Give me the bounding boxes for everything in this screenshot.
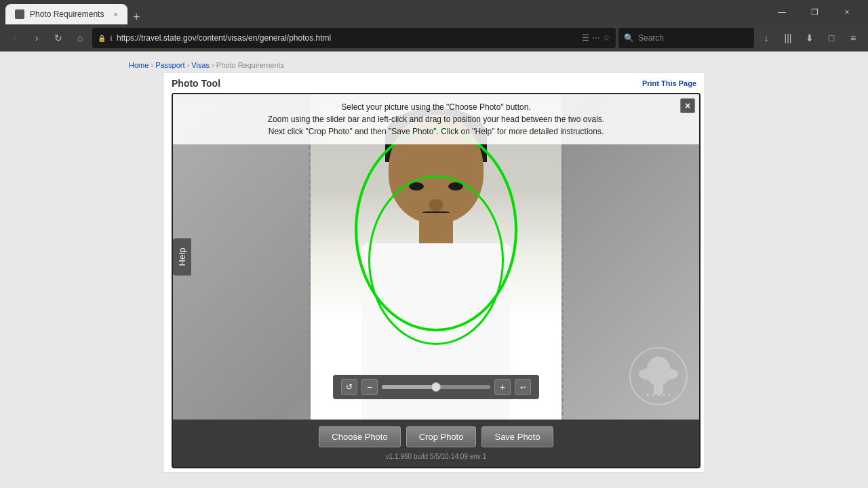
page-background: Home › Passport › Visas › Photo Requirem…	[0, 52, 868, 488]
maximize-button[interactable]: ❐	[799, 0, 830, 24]
instruction-line-1: Select your picture using the "Choose Ph…	[200, 101, 672, 113]
instruction-line-3: Next click "Crop Photo" and then "Save P…	[200, 125, 672, 138]
page-title: Photo Tool	[172, 78, 220, 89]
eyes	[409, 182, 463, 190]
zoom-extra-button[interactable]: ↩	[515, 379, 531, 395]
nose	[429, 199, 443, 211]
bookmarks-button[interactable]: |||	[778, 28, 797, 47]
zoom-reset-button[interactable]: ↺	[341, 379, 357, 395]
image-area[interactable]: Select your picture using the "Choose Ph…	[173, 94, 699, 420]
svg-text:★ ★ ★ ★ ★: ★ ★ ★ ★ ★	[646, 392, 671, 397]
version-text: v1.1.960 build 5/5/10-14:09 env 1	[386, 453, 486, 460]
save-photo-button[interactable]: Save Photo	[481, 426, 553, 447]
zoom-controls: ↺ − + ↩	[333, 375, 539, 399]
search-icon: 🔍	[624, 33, 634, 43]
address-bar[interactable]: 🔒 ℹ https://travel.state.gov/content/vis…	[92, 28, 616, 48]
home-button[interactable]: ⌂	[71, 28, 90, 47]
new-tab-button[interactable]: +	[127, 10, 146, 24]
breadcrumb-passport[interactable]: Passport	[155, 61, 184, 69]
toolbar-buttons: Choose Photo Crop Photo Save Photo	[319, 426, 553, 447]
zoom-slider-thumb[interactable]	[431, 382, 441, 392]
refresh-button[interactable]: ↻	[49, 28, 68, 47]
breadcrumb-home[interactable]: Home	[129, 61, 149, 69]
zoom-out-button[interactable]: −	[361, 379, 378, 395]
search-bar[interactable]: 🔍 Search	[618, 28, 754, 48]
svg-point-3	[662, 369, 678, 380]
right-eye	[448, 182, 463, 190]
bottom-toolbar: Choose Photo Crop Photo Save Photo v1.1.…	[173, 420, 699, 467]
minimize-button[interactable]: —	[766, 0, 797, 24]
pocket-button[interactable]: ⬇	[800, 28, 819, 47]
svg-point-2	[639, 369, 655, 380]
info-icon: ℹ	[110, 35, 113, 42]
url-text: https://travel.state.gov/content/visas/e…	[117, 33, 578, 43]
active-tab[interactable]: Photo Requirements ×	[5, 4, 127, 24]
tab-favicon	[15, 9, 24, 19]
help-tab[interactable]: Help	[173, 239, 191, 276]
forward-button[interactable]: ›	[27, 28, 46, 47]
choose-photo-button[interactable]: Choose Photo	[319, 426, 400, 447]
zoom-slider-track[interactable]	[382, 385, 490, 389]
navigation-bar: ‹ › ↻ ⌂ 🔒 ℹ https://travel.state.gov/con…	[0, 24, 868, 52]
nav-extras: ↓ ||| ⬇ □ ≡	[757, 28, 863, 47]
eagle-watermark: ★ ★ ★ ★ ★	[628, 346, 689, 409]
instruction-line-2: Zoom using the slider bar and left-click…	[200, 113, 672, 125]
window-controls: — ❐ ×	[766, 0, 863, 24]
reader-mode-icon[interactable]: ☰	[582, 33, 589, 43]
menu-button[interactable]: ≡	[844, 28, 863, 47]
dialog-close-button[interactable]: ×	[680, 98, 695, 113]
security-icon: 🔒	[98, 35, 106, 42]
photo-tool-dialog: ×	[172, 93, 701, 468]
close-button[interactable]: ×	[831, 0, 863, 24]
breadcrumb: Home › Passport › Visas › Photo Requirem…	[129, 58, 739, 72]
back-button[interactable]: ‹	[5, 28, 24, 47]
breadcrumb-visas[interactable]: Visas	[191, 61, 210, 69]
downloads-button[interactable]: ↓	[757, 28, 776, 47]
zoom-slider-fill	[382, 385, 436, 389]
address-actions: ☰ ⋯ ☆	[582, 33, 610, 43]
photo-tool-header: Photo Tool Print This Page	[172, 78, 696, 89]
search-placeholder: Search	[638, 33, 664, 43]
crop-photo-button[interactable]: Crop Photo	[406, 426, 477, 447]
tab-close-button[interactable]: ×	[114, 10, 118, 18]
synced-tabs-button[interactable]: □	[822, 28, 841, 47]
left-eye	[409, 182, 424, 190]
tab-title: Photo Requirements	[30, 9, 104, 19]
breadcrumb-current: Photo Requirements	[216, 61, 284, 69]
print-link[interactable]: Print This Page	[642, 79, 696, 87]
photo-tool-wrapper: Photo Tool Print This Page ×	[163, 72, 705, 473]
tab-bar: Photo Requirements × + — ❐ ×	[0, 0, 868, 24]
star-icon[interactable]: ☆	[603, 33, 610, 43]
instructions-overlay: Select your picture using the "Choose Ph…	[173, 94, 699, 144]
zoom-in-button[interactable]: +	[494, 379, 511, 395]
bookmark-icon[interactable]: ⋯	[592, 33, 600, 43]
